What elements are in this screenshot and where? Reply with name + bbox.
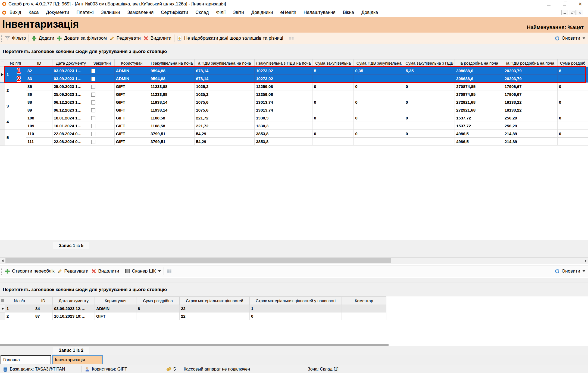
column-header-12[interactable]: іа ПДВ роздрібна на поча bbox=[503, 59, 557, 67]
cell[interactable]: 12259,08 bbox=[255, 83, 312, 90]
menu-item-11[interactable]: eHealth bbox=[280, 10, 296, 15]
group-number-cell[interactable]: 1 bbox=[5, 67, 26, 83]
cell[interactable]: 10273,02 bbox=[255, 67, 312, 75]
menu-item-7[interactable]: Склад bbox=[195, 10, 209, 15]
cell[interactable]: 89 bbox=[26, 106, 52, 114]
cell[interactable] bbox=[404, 90, 455, 98]
closed-checkbox[interactable] bbox=[91, 108, 95, 112]
cell[interactable] bbox=[404, 138, 455, 146]
closed-checkbox[interactable] bbox=[91, 93, 95, 97]
column-header-7[interactable]: Коментар bbox=[342, 297, 386, 305]
cell[interactable] bbox=[312, 106, 354, 114]
closed-checkbox[interactable] bbox=[91, 140, 95, 144]
create-recount-button[interactable]: Створити переоблік bbox=[5, 268, 54, 274]
cell[interactable]: 0 bbox=[312, 83, 354, 90]
cell[interactable]: 256,29 bbox=[503, 114, 557, 122]
cell[interactable]: GIFT bbox=[114, 114, 149, 122]
closed-cell[interactable] bbox=[90, 67, 114, 75]
cell[interactable]: 3799,51 bbox=[149, 138, 195, 146]
tab-holovna[interactable]: Головна bbox=[1, 355, 51, 364]
cell[interactable]: 22 bbox=[180, 312, 250, 320]
cell[interactable] bbox=[404, 106, 455, 114]
cell[interactable]: 272921,68 bbox=[455, 98, 503, 106]
cell[interactable] bbox=[354, 90, 404, 98]
cell[interactable]: 22 bbox=[180, 305, 250, 312]
cell[interactable]: 1537,72 bbox=[455, 114, 503, 122]
edit-button[interactable]: Редагувати bbox=[110, 36, 141, 41]
cell[interactable]: 678,14 bbox=[195, 67, 255, 75]
closed-checkbox[interactable] bbox=[91, 132, 95, 136]
column-header-5[interactable]: і закупівельна на поча bbox=[149, 59, 195, 67]
cell[interactable]: 678,14 bbox=[195, 75, 255, 83]
delete-recount-button[interactable]: Видалити bbox=[91, 268, 119, 274]
column-header-3[interactable]: Користувач bbox=[95, 297, 136, 305]
cell[interactable]: 8 bbox=[557, 67, 588, 75]
cell[interactable] bbox=[312, 90, 354, 98]
cell[interactable]: 10273,02 bbox=[255, 75, 312, 83]
grid2-scroll-strip[interactable] bbox=[0, 344, 389, 346]
cell[interactable]: 17906,67 bbox=[503, 90, 557, 98]
cell[interactable] bbox=[557, 90, 588, 98]
refresh-button[interactable]: Оновити bbox=[555, 36, 585, 41]
menu-item-6[interactable]: Сертифікати bbox=[161, 10, 188, 15]
cell[interactable]: 54,29 bbox=[195, 138, 255, 146]
cell[interactable]: 13013,74 bbox=[255, 106, 312, 114]
cell[interactable]: 272921,68 bbox=[455, 106, 503, 114]
cell[interactable]: 17906,67 bbox=[503, 83, 557, 90]
column-header-1[interactable]: ID bbox=[34, 297, 53, 305]
cell[interactable]: 5 bbox=[312, 67, 354, 75]
column-header-11[interactable]: іа роздрібна на поча bbox=[455, 59, 503, 67]
cell[interactable] bbox=[136, 312, 180, 320]
menu-item-14[interactable]: Довідка bbox=[361, 10, 378, 15]
mdi-restore-button[interactable] bbox=[569, 10, 576, 15]
closed-checkbox[interactable] bbox=[91, 77, 95, 81]
scroll-right-button[interactable] bbox=[583, 258, 588, 264]
recount-row[interactable]: 18403.09.2023 12:…ADMIN8221 bbox=[0, 305, 386, 312]
cell[interactable]: 3799,51 bbox=[149, 130, 195, 138]
cell[interactable]: 5,35 bbox=[404, 67, 455, 75]
filter-button[interactable]: Фільтр bbox=[5, 36, 26, 41]
cell[interactable] bbox=[312, 75, 354, 83]
column-header-10[interactable]: Сума закупівельна з ПДВ bbox=[404, 59, 455, 67]
closed-cell[interactable] bbox=[90, 122, 114, 130]
cell[interactable]: 20203,79 bbox=[503, 67, 557, 75]
horizontal-scrollbar[interactable] bbox=[0, 257, 588, 264]
mdi-close-button[interactable]: × bbox=[577, 10, 583, 15]
cell[interactable] bbox=[354, 122, 404, 130]
cell[interactable]: GIFT bbox=[114, 106, 149, 114]
cell[interactable]: 0 bbox=[312, 114, 354, 122]
column-header-13[interactable]: Сума роздріб bbox=[557, 59, 588, 67]
group-number-cell[interactable]: 4 bbox=[5, 114, 26, 130]
add-by-filter-button[interactable]: Додати за фільтром bbox=[57, 36, 107, 41]
closed-checkbox[interactable] bbox=[91, 69, 95, 73]
cell[interactable]: 111 bbox=[26, 138, 52, 146]
cell[interactable]: 1 bbox=[250, 305, 342, 312]
cell[interactable]: 270874,85 bbox=[455, 90, 503, 98]
inventory-row[interactable]: 28525.09.2023 1…GIFT11233,881025,212259,… bbox=[0, 83, 588, 90]
cell[interactable]: 82 bbox=[26, 67, 52, 75]
cell[interactable] bbox=[342, 305, 386, 312]
cell[interactable]: 1025,2 bbox=[195, 90, 255, 98]
cell[interactable]: 22.08.2024 0… bbox=[52, 130, 90, 138]
cell[interactable] bbox=[312, 138, 354, 146]
cell[interactable]: 0 bbox=[354, 130, 404, 138]
cell[interactable]: 03.09.2023 1… bbox=[52, 67, 90, 75]
cell[interactable]: 11938,14 bbox=[149, 106, 195, 114]
cell[interactable] bbox=[557, 138, 588, 146]
cell[interactable]: 0,35 bbox=[354, 67, 404, 75]
closed-checkbox[interactable] bbox=[91, 124, 95, 128]
cell[interactable]: 0 bbox=[404, 83, 455, 90]
cell[interactable] bbox=[354, 138, 404, 146]
closed-cell[interactable] bbox=[90, 130, 114, 138]
restore-button[interactable] bbox=[563, 2, 566, 7]
column-header-2[interactable]: Дата документу bbox=[52, 59, 90, 67]
mdi-minimize-button[interactable] bbox=[561, 10, 568, 15]
cell[interactable] bbox=[404, 122, 455, 130]
cell[interactable]: 18133,22 bbox=[503, 106, 557, 114]
cell[interactable]: 22.08.2024 0… bbox=[52, 138, 90, 146]
cell[interactable]: 214,89 bbox=[503, 130, 557, 138]
cell[interactable]: ADMIN bbox=[114, 67, 149, 75]
column-header-7[interactable]: і закупівельна з ПДВ на поча bbox=[255, 59, 312, 67]
cell[interactable] bbox=[557, 75, 588, 83]
cell[interactable]: 221,72 bbox=[195, 114, 255, 122]
